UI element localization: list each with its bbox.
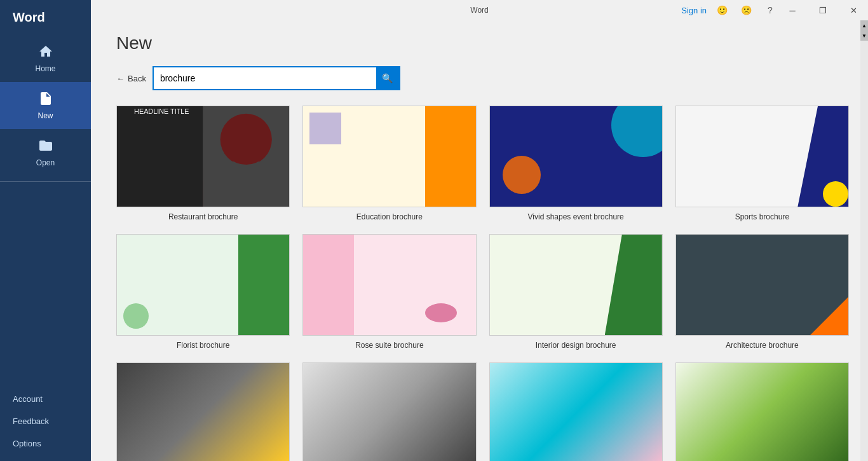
happy-icon[interactable]: 🙂 bbox=[713, 1, 731, 19]
sidebar-bottom: Account Feedback Options bbox=[0, 388, 91, 461]
sidebar-item-options[interactable]: Options bbox=[0, 432, 91, 455]
main-area: Word Sign in 🙂 🙁 ? ─ ❐ ✕ New ← Back 🔍 bbox=[91, 0, 868, 461]
template-thumb-inner-baby bbox=[490, 363, 662, 461]
search-input[interactable] bbox=[154, 69, 376, 87]
sidebar-item-new[interactable]: New bbox=[0, 82, 91, 129]
sidebar-nav: Home New Open bbox=[0, 35, 91, 388]
search-button[interactable]: 🔍 bbox=[376, 67, 399, 89]
template-item-vivid-shapes[interactable]: Vivid shapes event brochure bbox=[489, 106, 663, 221]
sidebar-item-account[interactable]: Account bbox=[0, 388, 91, 410]
content-area: New ← Back 🔍 Restaurant brochureEducatio… bbox=[91, 20, 868, 461]
titlebar-app-name: Word bbox=[470, 6, 488, 15]
template-label-florist: Florist brochure bbox=[177, 341, 229, 350]
new-icon bbox=[38, 91, 53, 108]
template-thumb-inner-interior-design bbox=[490, 235, 662, 335]
app-title: Word bbox=[0, 0, 91, 35]
template-thumb-restaurant bbox=[116, 106, 290, 207]
signin-area: Sign in 🙂 🙁 ? bbox=[681, 1, 779, 19]
sidebar: Word Home New Open bbox=[0, 0, 91, 461]
help-icon[interactable]: ? bbox=[761, 1, 779, 19]
template-item-sports[interactable]: Sports brochure bbox=[675, 106, 849, 221]
sidebar-item-open[interactable]: Open bbox=[0, 129, 91, 176]
template-item-newsletter[interactable]: Newsletter brochure bbox=[675, 362, 849, 461]
template-item-rose-suite[interactable]: Rose suite brochure bbox=[302, 234, 476, 350]
template-item-education[interactable]: Education brochure bbox=[302, 106, 476, 221]
template-item-architecture[interactable]: Architecture brochure bbox=[675, 234, 849, 350]
sidebar-divider bbox=[0, 181, 91, 182]
template-grid: Restaurant brochureEducation brochureViv… bbox=[116, 106, 849, 461]
back-arrow-icon: ← bbox=[116, 74, 125, 83]
back-label: Back bbox=[128, 74, 146, 83]
template-item-restaurant[interactable]: Restaurant brochure bbox=[116, 106, 290, 221]
template-thumb-florist bbox=[116, 234, 290, 336]
template-label-architecture: Architecture brochure bbox=[726, 341, 799, 350]
scroll-up-button[interactable]: ▲ bbox=[860, 20, 868, 31]
template-item-tools[interactable]: Tools brochure bbox=[116, 362, 290, 461]
template-thumb-rose-suite bbox=[302, 234, 476, 336]
template-item-interior-design[interactable]: Interior design brochure bbox=[489, 234, 663, 350]
template-label-education: Education brochure bbox=[356, 212, 423, 221]
sign-in-link[interactable]: Sign in bbox=[681, 6, 707, 15]
template-thumb-interior-design bbox=[489, 234, 663, 336]
template-thumb-inner-tools bbox=[117, 363, 289, 461]
search-icon: 🔍 bbox=[382, 73, 393, 83]
open-icon bbox=[38, 138, 53, 155]
template-thumb-newsletter bbox=[675, 362, 849, 461]
template-thumb-keyboard bbox=[302, 362, 476, 461]
search-area: ← Back 🔍 bbox=[116, 66, 849, 90]
template-label-vivid-shapes: Vivid shapes event brochure bbox=[528, 212, 624, 221]
title-actions: ─ ❐ ✕ bbox=[778, 0, 868, 20]
template-thumb-inner-florist bbox=[117, 235, 289, 335]
back-button[interactable]: ← Back bbox=[116, 74, 146, 83]
scroll-down-button[interactable]: ▼ bbox=[860, 31, 868, 41]
template-label-restaurant: Restaurant brochure bbox=[168, 212, 238, 221]
template-thumb-sports bbox=[675, 106, 849, 207]
template-thumb-tools bbox=[116, 362, 290, 461]
close-button[interactable]: ✕ bbox=[839, 0, 868, 20]
template-thumb-inner-sports bbox=[676, 106, 848, 207]
template-label-interior-design: Interior design brochure bbox=[536, 341, 616, 350]
template-thumb-inner-vivid-shapes bbox=[490, 106, 662, 207]
sidebar-item-new-label: New bbox=[37, 111, 53, 120]
sad-icon[interactable]: 🙁 bbox=[737, 1, 755, 19]
sidebar-item-home[interactable]: Home bbox=[0, 35, 91, 82]
sidebar-item-home-label: Home bbox=[35, 64, 55, 73]
template-item-keyboard[interactable]: Technology brochure bbox=[302, 362, 476, 461]
template-label-sports: Sports brochure bbox=[735, 212, 789, 221]
template-item-baby[interactable]: Baby brochure bbox=[489, 362, 663, 461]
template-thumb-education bbox=[302, 106, 476, 207]
template-label-rose-suite: Rose suite brochure bbox=[355, 341, 423, 350]
template-thumb-inner-education bbox=[303, 106, 475, 207]
scrollbar-track[interactable]: ▲ ▼ bbox=[860, 20, 868, 461]
titlebar: Word Sign in 🙂 🙁 ? ─ ❐ ✕ bbox=[91, 0, 868, 20]
template-thumb-inner-rose-suite bbox=[303, 235, 475, 335]
page-title: New bbox=[116, 33, 849, 53]
template-thumb-vivid-shapes bbox=[489, 106, 663, 207]
minimize-button[interactable]: ─ bbox=[778, 0, 807, 20]
template-item-florist[interactable]: Florist brochure bbox=[116, 234, 290, 350]
template-thumb-inner-newsletter bbox=[676, 363, 848, 461]
template-thumb-architecture bbox=[675, 234, 849, 336]
template-thumb-inner-restaurant bbox=[117, 106, 289, 207]
search-box: 🔍 bbox=[153, 66, 400, 90]
restore-button[interactable]: ❐ bbox=[808, 0, 837, 20]
template-thumb-inner-architecture bbox=[676, 235, 848, 335]
sidebar-item-open-label: Open bbox=[36, 158, 55, 167]
sidebar-item-feedback[interactable]: Feedback bbox=[0, 410, 91, 432]
template-thumb-inner-keyboard bbox=[303, 363, 475, 461]
template-thumb-baby bbox=[489, 362, 663, 461]
home-icon bbox=[38, 44, 53, 61]
